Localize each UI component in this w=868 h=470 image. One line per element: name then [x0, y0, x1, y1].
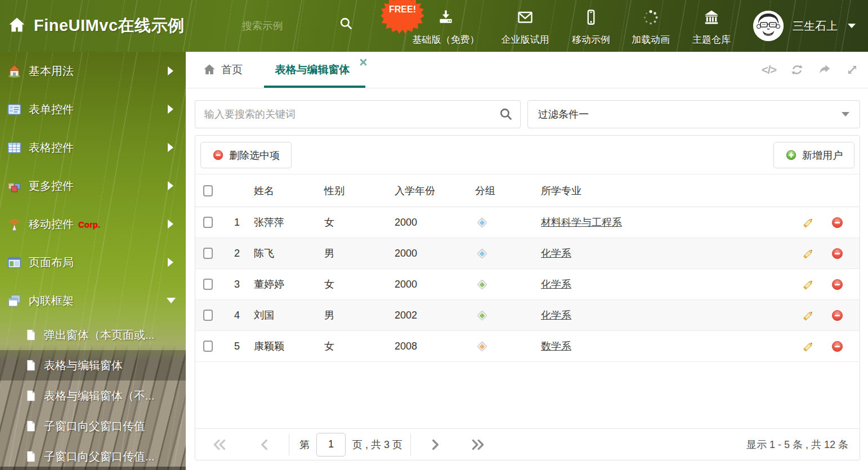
frames-icon: [7, 293, 22, 308]
prev-page-icon[interactable]: [257, 437, 272, 452]
filter-dropdown-value: 过滤条件一: [538, 108, 589, 121]
sidebar-subitem-grid-edit-window[interactable]: 表格与编辑窗体: [0, 350, 186, 381]
col-year[interactable]: 入学年份: [389, 184, 471, 198]
col-gender[interactable]: 性别: [319, 184, 389, 198]
cubes-icon: [7, 178, 22, 194]
sidebar-bottom-strip: [0, 467, 186, 470]
delete-row-icon[interactable]: [831, 216, 844, 229]
major-link[interactable]: 化学系: [541, 310, 571, 321]
record-summary: 显示 1 - 5 条 , 共 12 条: [746, 438, 860, 451]
top-header: FineUIMvc在线示例 基础版（免费） 企业版试用 移动示例 加载动画 主题…: [0, 0, 868, 52]
col-major[interactable]: 所学专业: [535, 184, 793, 198]
tab-bar: 首页 表格与编辑窗体 </>: [186, 52, 868, 88]
edit-pencil-icon[interactable]: [802, 340, 815, 353]
nav-loading-animation[interactable]: 加载动画: [624, 9, 678, 46]
doc-icon: [25, 420, 37, 432]
app-title: FineUIMvc在线示例: [34, 15, 185, 37]
row-checkbox[interactable]: [203, 310, 213, 321]
row-checkbox[interactable]: [203, 248, 213, 259]
close-tab-icon[interactable]: [359, 58, 368, 66]
delete-selected-button[interactable]: 删除选中项: [200, 142, 292, 168]
sidebar-item-page-layout[interactable]: 页面布局: [0, 243, 186, 281]
cell-year: 2000: [389, 248, 471, 259]
row-checkbox[interactable]: [203, 341, 213, 352]
caret-right-icon: [168, 105, 173, 114]
major-link[interactable]: 化学系: [541, 279, 571, 290]
search-icon[interactable]: [499, 107, 513, 122]
cell-gender: 男: [319, 308, 389, 322]
refresh-icon[interactable]: [790, 63, 804, 77]
active-tab-label: 表格与编辑窗体: [275, 62, 350, 77]
major-link[interactable]: 材料科学与工程系: [541, 217, 622, 228]
major-link[interactable]: 数学系: [541, 341, 571, 352]
header-search-icon[interactable]: [339, 16, 354, 31]
table-row: 5 康颖颖 女 2008 数学系: [195, 331, 860, 362]
caret-down-icon: [167, 298, 176, 303]
user-avatar[interactable]: [753, 11, 784, 41]
page-number-input[interactable]: [316, 433, 346, 456]
grid-icon: [7, 140, 22, 155]
row-number: 2: [223, 248, 250, 259]
nav-mobile-demo[interactable]: 移动示例: [565, 9, 618, 46]
username[interactable]: 三生石上: [793, 19, 838, 34]
edit-pencil-icon[interactable]: [802, 216, 815, 229]
tab-home[interactable]: 首页: [203, 52, 243, 88]
sidebar-item-mobile-controls[interactable]: 移动控件 Corp.: [0, 205, 186, 243]
table-row: 1 张萍萍 女 2000 材料科学与工程系: [195, 207, 860, 238]
row-checkbox[interactable]: [203, 279, 213, 290]
row-checkbox[interactable]: [203, 217, 213, 228]
house-icon: [7, 64, 22, 79]
delete-row-icon[interactable]: [831, 278, 844, 291]
col-name[interactable]: 姓名: [250, 184, 319, 198]
minus-circle-icon: [212, 149, 224, 161]
corp-badge: Corp.: [78, 220, 100, 229]
sidebar-item-inline-frame[interactable]: 内联框架: [0, 281, 186, 320]
sidebar-subitem-grid-edit-window-2[interactable]: 表格与编辑窗体（不...: [0, 381, 186, 411]
sidebar-item-grid-controls[interactable]: 表格控件: [0, 128, 186, 167]
sidebar-subitem-child-to-parent[interactable]: 子窗口向父窗口传值: [0, 411, 186, 441]
last-page-icon[interactable]: [471, 437, 485, 452]
tag-icon: [475, 216, 489, 230]
sidebar-subitem-popup-window[interactable]: 弹出窗体（本页面或...: [0, 320, 186, 350]
plus-circle-icon: [785, 149, 797, 161]
view-source-icon[interactable]: </>: [762, 63, 776, 77]
cell-name: 康颖颖: [250, 339, 319, 353]
nav-theme-repo[interactable]: 主题仓库: [684, 9, 739, 46]
delete-row-icon[interactable]: [831, 340, 844, 353]
table-row: 2 陈飞 男 2000 化学系: [195, 238, 860, 269]
nav-basic-edition[interactable]: 基础版（免费）: [409, 9, 483, 46]
sidebar-item-basic-usage[interactable]: 基本用法: [0, 52, 186, 90]
edit-pencil-icon[interactable]: [802, 247, 815, 260]
add-user-button[interactable]: 新增用户: [773, 142, 854, 168]
page-prefix: 第: [299, 438, 310, 451]
layout-icon: [7, 255, 22, 270]
select-all-checkbox[interactable]: [203, 185, 213, 196]
edit-pencil-icon[interactable]: [802, 309, 815, 322]
filter-dropdown[interactable]: 过滤条件一: [527, 100, 860, 128]
tab-grid-edit-window[interactable]: 表格与编辑窗体: [267, 52, 357, 88]
expand-icon[interactable]: [845, 63, 859, 77]
edit-pencil-icon[interactable]: [802, 278, 815, 291]
sidebar-item-form-controls[interactable]: 表单控件: [0, 90, 186, 128]
sidebar-subitem-child-to-parent-2[interactable]: 子窗口向父窗口传值...: [0, 441, 186, 470]
major-link[interactable]: 化学系: [541, 248, 571, 259]
share-forward-icon[interactable]: [818, 63, 831, 77]
cell-name: 陈飞: [250, 247, 319, 260]
delete-row-icon[interactable]: [831, 247, 844, 260]
sidebar: 基本用法 表单控件 表格控件 更多控件 移动控件 Corp. 页面布局 内联框架…: [0, 52, 186, 470]
col-group[interactable]: 分组: [471, 184, 535, 198]
spinner-icon: [642, 9, 659, 26]
user-menu-caret-icon[interactable]: [848, 24, 856, 28]
keyword-search-input[interactable]: [195, 100, 521, 128]
pagination-bar: 第 页 , 共 3 页 显示 1 - 5 条 , 共 12 条: [195, 428, 860, 460]
caret-right-icon: [168, 143, 173, 152]
header-search-input[interactable]: [242, 17, 326, 35]
home-logo-icon[interactable]: [7, 16, 26, 35]
first-page-icon[interactable]: [212, 437, 227, 452]
cell-gender: 男: [319, 247, 389, 260]
delete-row-icon[interactable]: [831, 309, 844, 322]
next-page-icon[interactable]: [428, 437, 442, 452]
nav-enterprise-trial[interactable]: 企业版试用: [491, 9, 559, 46]
separator: [289, 434, 289, 455]
sidebar-item-more-controls[interactable]: 更多控件: [0, 167, 186, 205]
